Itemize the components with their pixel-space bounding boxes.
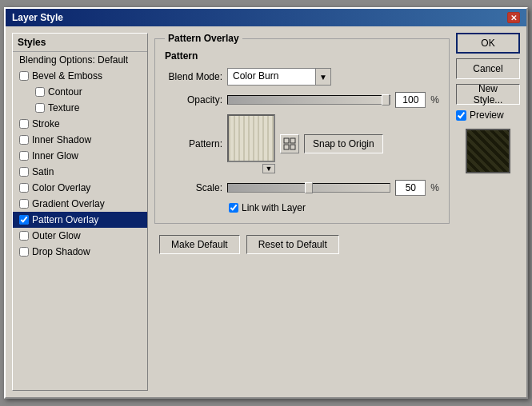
outer-glow-label: Outer Glow [32,230,81,241]
opacity-slider-thumb[interactable] [382,94,390,105]
opacity-slider[interactable] [227,95,390,105]
satin-label: Satin [32,166,54,177]
pattern-overlay-section: Pattern Overlay Pattern Blend Mode: Colo… [154,33,450,224]
sidebar-item-texture[interactable]: Texture [13,100,147,116]
link-row: Link with Layer [165,202,439,213]
scale-slider[interactable] [227,183,390,193]
color-overlay-label: Color Overlay [32,182,90,193]
svg-rect-2 [284,145,289,149]
ok-button[interactable]: OK [456,33,520,54]
inner-glow-label: Inner Glow [32,150,78,161]
sidebar-item-inner-shadow[interactable]: Inner Shadow [13,132,147,148]
scale-row: Scale: % [165,180,439,196]
dialog-body: Styles Blending Options: Default Bevel &… [6,26,526,397]
sidebar-item-bevel[interactable]: Bevel & Emboss [13,68,147,84]
scale-slider-thumb[interactable] [305,182,313,193]
new-style-button[interactable]: New Style... [456,84,520,105]
pattern-swatch-dropdown[interactable]: ▼ [262,164,275,173]
preview-checkbox[interactable] [456,110,466,121]
inner-shadow-checkbox[interactable] [19,135,29,145]
sidebar-item-contour[interactable]: Contour [13,84,147,100]
dialog-title: Layer Style [12,12,63,23]
pattern-label: Pattern: [165,138,222,149]
sub-section-title: Pattern [165,50,439,62]
pattern-preview-row: ▼ Snap to Origin [227,114,383,173]
sidebar-item-stroke[interactable]: Stroke [13,116,147,132]
stroke-checkbox[interactable] [19,119,29,129]
reset-to-default-button[interactable]: Reset to Default [246,235,339,254]
drop-shadow-checkbox[interactable] [19,247,29,257]
drop-shadow-label: Drop Shadow [32,246,90,257]
texture-label: Texture [48,102,79,113]
preview-label: Preview [470,109,504,121]
blend-mode-row: Blend Mode: Color Burn ▼ [165,68,439,86]
cancel-button[interactable]: Cancel [456,58,520,79]
sidebar-item-drop-shadow[interactable]: Drop Shadow [13,244,147,260]
section-title: Pattern Overlay [165,33,242,44]
gradient-overlay-label: Gradient Overlay [32,198,105,209]
inner-shadow-label: Inner Shadow [32,134,91,145]
blend-mode-label: Blend Mode: [165,71,222,82]
tile-icon [283,137,296,150]
sidebar-item-color-overlay[interactable]: Color Overlay [13,180,147,196]
pattern-swatch[interactable] [227,114,275,162]
scale-slider-container: % [227,180,439,196]
preview-toggle[interactable]: Preview [456,109,520,121]
contour-label: Contour [48,86,82,98]
link-with-layer-checkbox[interactable] [229,203,238,213]
right-panel: OK Cancel New Style... Preview [456,33,520,391]
bevel-checkbox[interactable] [19,71,29,81]
pattern-overlay-checkbox[interactable] [19,215,29,225]
bevel-label: Bevel & Emboss [32,70,102,82]
scale-label: Scale: [165,182,222,193]
blend-mode-select[interactable]: Color Burn ▼ [227,68,331,86]
opacity-unit: % [430,94,439,105]
blend-mode-dropdown-arrow[interactable]: ▼ [315,68,331,86]
layer-style-dialog: Layer Style ✕ Styles Blending Options: D… [4,7,528,399]
satin-checkbox[interactable] [19,167,29,177]
middle-panel: Pattern Overlay Pattern Blend Mode: Colo… [154,33,450,391]
scale-input[interactable] [395,180,426,196]
outer-glow-checkbox[interactable] [19,231,29,241]
color-overlay-checkbox[interactable] [19,183,29,193]
svg-rect-0 [284,138,289,143]
make-default-button[interactable]: Make Default [159,235,240,254]
opacity-input[interactable] [395,92,426,108]
svg-rect-3 [290,145,295,149]
contour-checkbox[interactable] [35,87,45,97]
stroke-label: Stroke [32,118,60,129]
close-button[interactable]: ✕ [507,12,520,23]
blend-mode-value[interactable]: Color Burn [227,68,315,86]
blending-options-item[interactable]: Blending Options: Default [13,52,147,68]
bottom-buttons: Make Default Reset to Default [154,235,450,254]
sidebar-item-pattern-overlay[interactable]: Pattern Overlay [13,212,147,228]
opacity-slider-container: % [227,92,439,108]
sidebar-item-gradient-overlay[interactable]: Gradient Overlay [13,196,147,212]
scale-unit: % [430,182,439,193]
close-icon: ✕ [510,14,517,22]
opacity-row: Opacity: % [165,92,439,108]
styles-header[interactable]: Styles [13,34,147,52]
pattern-overlay-label: Pattern Overlay [32,214,98,225]
opacity-label: Opacity: [165,94,222,105]
inner-glow-checkbox[interactable] [19,151,29,161]
sidebar-item-inner-glow[interactable]: Inner Glow [13,148,147,164]
blending-options-label: Blending Options: Default [19,54,128,66]
gradient-overlay-checkbox[interactable] [19,199,29,209]
pattern-row: Pattern: ▼ [165,114,439,173]
left-panel: Styles Blending Options: Default Bevel &… [12,33,148,391]
svg-rect-1 [290,138,295,143]
title-bar: Layer Style ✕ [6,9,526,26]
sidebar-item-satin[interactable]: Satin [13,164,147,180]
link-with-layer-label: Link with Layer [242,202,306,213]
swatch-inner [229,116,274,161]
snap-to-origin-button[interactable]: Snap to Origin [304,134,383,153]
tile-button[interactable] [280,134,299,153]
sidebar-item-outer-glow[interactable]: Outer Glow [13,228,147,244]
texture-checkbox[interactable] [35,103,45,113]
preview-swatch [466,129,510,173]
